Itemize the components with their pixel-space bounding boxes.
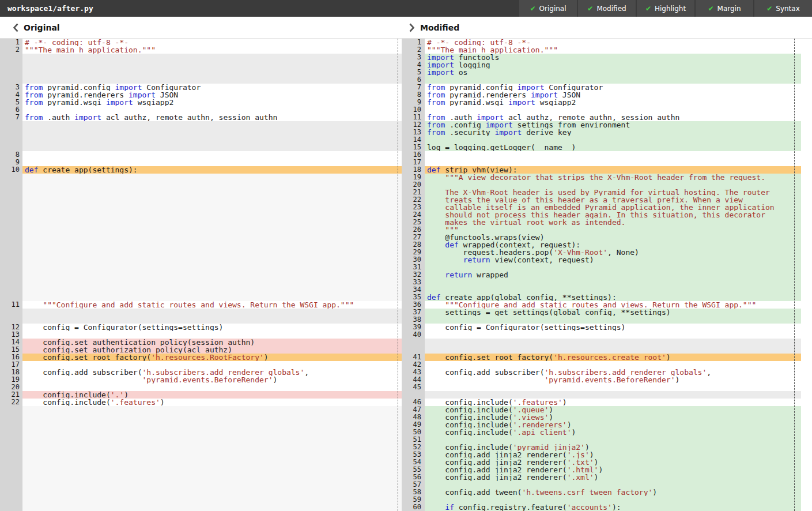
toggle-margin-button[interactable]: ✔Margin: [696, 0, 753, 17]
check-icon: ✔: [530, 5, 535, 12]
line-number: 6: [0, 106, 22, 114]
modified-cell: 25 makes the virtual root work as intend…: [402, 219, 801, 226]
diff-row: 1340: [0, 331, 812, 339]
code-line: config.include('pyramid_jinja2'): [425, 444, 801, 451]
line-number: [0, 286, 22, 294]
code-line: [425, 496, 801, 504]
original-cell: [0, 481, 402, 489]
diff-row: 53 config.add_jinja2_renderer('.js'): [0, 451, 812, 459]
line-number: 26: [402, 226, 425, 234]
original-cell: 7from .auth import acl_authz, remote_aut…: [0, 114, 402, 121]
toggle-label: Original: [539, 5, 566, 13]
original-cell: [0, 316, 402, 324]
modified-cell: 21 The X-Vhm-Root header is used by Pyra…: [402, 189, 801, 196]
code-line: [22, 444, 402, 451]
original-cell: [0, 136, 402, 144]
line-number: 27: [402, 234, 425, 241]
code-line: [22, 151, 402, 159]
code-line: config.add_jinja2_renderer('.js'): [425, 451, 801, 459]
code-line: from pyramid.config import Configurator: [22, 84, 402, 91]
code-line: [22, 234, 402, 241]
line-number: 21: [402, 189, 425, 196]
code-line: from pyramid.renderers import JSON: [425, 91, 801, 99]
original-cell: [0, 204, 402, 211]
code-line: treats the value of this header as a tra…: [425, 196, 801, 204]
diff-row: 54 config.add_jinja2_renderer('.txt'): [0, 459, 812, 466]
toggle-syntax-button[interactable]: ✔Syntax: [754, 0, 812, 17]
line-number: 22: [402, 196, 425, 204]
line-number: [0, 309, 22, 316]
code-line: [425, 136, 801, 144]
line-number: [0, 211, 22, 219]
line-number: [0, 241, 22, 249]
code-line: [22, 174, 402, 181]
diff-row: 7from .auth import acl_authz, remote_aut…: [0, 114, 812, 121]
line-number: [0, 316, 22, 324]
modified-cell: 7from pyramid.config import Configurator: [402, 84, 801, 91]
line-number: 15: [402, 144, 425, 151]
code-line: def wrapped(context, request):: [425, 241, 801, 249]
check-icon: ✔: [645, 5, 651, 12]
diff-row: 18 config.add_subscriber('h.subscribers.…: [0, 369, 812, 376]
line-number: 50: [402, 429, 425, 436]
modified-cell: 3import functools: [402, 54, 801, 61]
diff-row: 29 request.headers.pop('X-Vhm-Root', Non…: [0, 249, 812, 256]
diff-row: 1# -*- coding: utf-8 -*-1# -*- coding: u…: [0, 39, 812, 46]
line-number: [0, 459, 22, 466]
original-cell: 4from pyramid.renderers import JSON: [0, 91, 402, 99]
line-number: 2: [402, 46, 425, 54]
line-number: [0, 69, 22, 76]
code-line: config.include('.queue'): [425, 406, 801, 414]
line-number: [0, 129, 22, 136]
code-line: config.add_jinja2_renderer('.html'): [425, 466, 801, 474]
code-line: [22, 489, 402, 496]
line-number: 54: [402, 459, 425, 466]
modified-cell: 33: [402, 279, 801, 286]
diff-row: 22 config.include('.features')46 config.…: [0, 399, 812, 406]
diff-row: 16 config.set_root_factory('h.resources.…: [0, 354, 812, 361]
code-line: [22, 211, 402, 219]
original-cell: 6: [0, 106, 402, 114]
line-number: [0, 489, 22, 496]
modified-cell: 6: [402, 76, 801, 84]
line-number: [0, 481, 22, 489]
line-number: [0, 226, 22, 234]
modified-cell: [402, 346, 801, 354]
line-number: 10: [402, 106, 425, 114]
code-line: config.add_jinja2_renderer('.xml'): [425, 474, 801, 481]
line-number: 20: [0, 384, 22, 391]
modified-cell: 17: [402, 159, 801, 166]
line-number: 8: [0, 151, 22, 159]
original-cell: 19 'pyramid.events.BeforeRender'): [0, 376, 402, 384]
line-number: 59: [402, 496, 425, 504]
line-number: [0, 436, 22, 444]
line-number: 30: [402, 256, 425, 264]
toggle-original-button[interactable]: ✔Original: [519, 0, 577, 17]
code-line: [22, 189, 402, 196]
diff-row: 55 config.add_jinja2_renderer('.html'): [0, 466, 812, 474]
toggle-highlight-button[interactable]: ✔Highlight: [637, 0, 694, 17]
line-number: 33: [402, 279, 425, 286]
modified-pane-header: Modified: [409, 17, 459, 38]
original-cell: 15 config.set_authorization_policy(acl_a…: [0, 346, 402, 354]
diff-row: 10def create_app(settings):18def strip_v…: [0, 166, 812, 174]
line-number: [0, 204, 22, 211]
original-cell: [0, 256, 402, 264]
line-number: 6: [402, 76, 425, 84]
original-cell: [0, 504, 402, 511]
line-number: 13: [402, 129, 425, 136]
modified-cell: 42: [402, 361, 801, 369]
modified-cell: 34: [402, 286, 801, 294]
modified-cell: 43 config.add_subscriber('h.subscribers.…: [402, 369, 801, 376]
modified-cell: 51: [402, 436, 801, 444]
code-line: [22, 204, 402, 211]
code-line: The X-Vhm-Root header is used by Pyramid…: [425, 189, 801, 196]
original-cell: [0, 219, 402, 226]
modified-cell: 27 @functools.wraps(view): [402, 234, 801, 241]
code-line: [425, 384, 801, 391]
toggle-modified-button[interactable]: ✔Modified: [578, 0, 636, 17]
diff-row: 14: [0, 136, 812, 144]
line-number: 53: [402, 451, 425, 459]
original-cell: [0, 444, 402, 451]
code-line: from .auth import acl_authz, remote_auth…: [425, 114, 801, 121]
